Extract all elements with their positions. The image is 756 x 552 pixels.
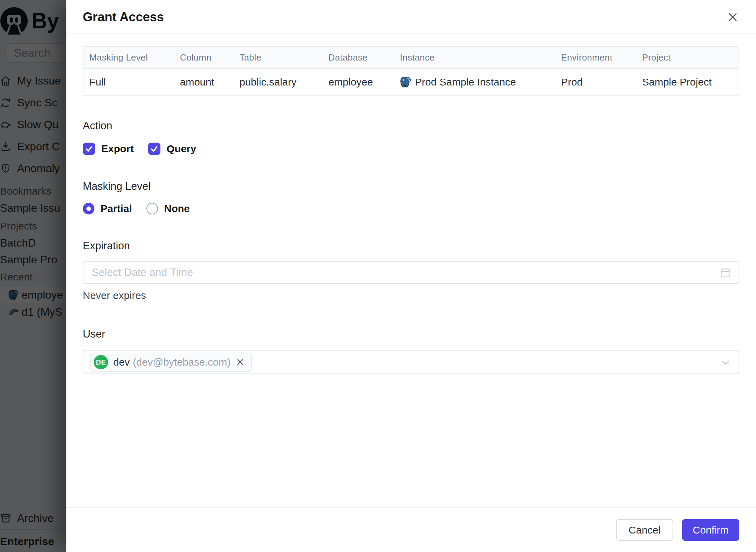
- query-label: Query: [167, 143, 196, 155]
- modal-header: Grant Access: [66, 0, 756, 34]
- shield-icon: [0, 163, 11, 174]
- sidebar-divider: [0, 529, 66, 530]
- none-label: None: [164, 203, 190, 214]
- sidebar-item-sample-project[interactable]: Sample Pro: [0, 251, 66, 268]
- sidebar-item-batchd[interactable]: BatchD: [0, 235, 66, 251]
- cancel-button[interactable]: Cancel: [616, 519, 673, 541]
- enterprise-label: Enterprise: [0, 532, 66, 551]
- sidebar-item-sync-schema[interactable]: Sync Sc: [0, 92, 66, 114]
- check-icon: [150, 144, 159, 153]
- search-placeholder: Search: [14, 46, 51, 60]
- export-option[interactable]: Export: [83, 143, 134, 155]
- postgresql-icon: [8, 290, 19, 300]
- sidebar-item-slow-queries[interactable]: Slow Qu: [0, 114, 66, 135]
- sidebar: By Search My Issue Sync Sc Slow Qu Expor…: [0, 0, 66, 552]
- bytebase-logo-icon: [0, 7, 28, 35]
- col-header-environment: Environment: [555, 47, 636, 69]
- logo-row: By: [0, 6, 66, 36]
- modal-title: Grant Access: [83, 0, 164, 34]
- masking-access-table: Masking Level Column Table Database Inst…: [83, 46, 739, 96]
- sidebar-item-sample-issue[interactable]: Sample Issu: [0, 200, 66, 216]
- modal-footer: Cancel Confirm: [66, 507, 756, 552]
- cell-table: public.salary: [234, 69, 323, 95]
- expiration-date-input[interactable]: [83, 261, 739, 284]
- partial-option[interactable]: Partial: [83, 203, 132, 214]
- cell-project: Sample Project: [636, 69, 739, 95]
- cell-environment: Prod: [555, 69, 636, 95]
- none-radio[interactable]: [146, 203, 158, 214]
- masking-level-heading: Masking Level: [83, 180, 739, 193]
- chevron-down-icon: [720, 357, 731, 368]
- sidebar-item-employee-db[interactable]: employe: [0, 287, 66, 303]
- grant-access-modal: Grant Access Masking Level Column Table …: [66, 0, 756, 552]
- archive-icon: [0, 512, 12, 524]
- expiration-heading: Expiration: [83, 240, 739, 252]
- download-icon: [0, 141, 11, 152]
- action-options: Export Query: [83, 143, 739, 155]
- user-email: (dev@bytebase.com): [133, 356, 231, 368]
- turtle-icon: [0, 119, 11, 130]
- sidebar-item-export-center[interactable]: Export C: [0, 135, 66, 157]
- search-input[interactable]: Search: [5, 43, 66, 63]
- sidebar-item-anomaly-center[interactable]: Anomaly: [0, 157, 66, 179]
- col-header-column: Column: [174, 47, 234, 69]
- check-icon: [84, 144, 93, 153]
- sidebar-item-my-issues[interactable]: My Issue: [0, 70, 66, 92]
- export-checkbox[interactable]: [83, 143, 95, 155]
- col-header-table: Table: [234, 47, 323, 69]
- section-label-projects: Projects: [0, 218, 66, 234]
- user-select[interactable]: DE dev (dev@bytebase.com): [83, 350, 739, 374]
- never-expires-note: Never expires: [83, 290, 739, 301]
- avatar: DE: [94, 355, 108, 369]
- cell-column: amount: [174, 69, 234, 95]
- partial-radio[interactable]: [83, 203, 94, 214]
- cell-masking-level: Full: [83, 69, 174, 95]
- partial-label: Partial: [101, 203, 132, 214]
- sidebar-item-d1-db[interactable]: d1 (MyS: [0, 304, 66, 320]
- query-checkbox[interactable]: [148, 143, 160, 155]
- confirm-button[interactable]: Confirm: [682, 519, 739, 541]
- postgresql-icon: [400, 76, 412, 88]
- user-heading: User: [83, 328, 739, 340]
- sync-icon: [0, 97, 11, 108]
- logo-text: By: [31, 8, 59, 34]
- user-name: dev: [113, 356, 130, 368]
- modal-body: Masking Level Column Table Database Inst…: [66, 35, 756, 507]
- section-label-bookmarks: Bookmarks: [0, 183, 66, 199]
- user-chip: DE dev (dev@bytebase.com): [90, 353, 252, 372]
- expiration-field-wrap: [83, 261, 739, 284]
- calendar-icon: [719, 266, 732, 279]
- col-header-masking-level: Masking Level: [83, 47, 174, 69]
- close-icon[interactable]: [727, 11, 739, 23]
- home-icon: [0, 75, 11, 87]
- none-option[interactable]: None: [146, 203, 190, 214]
- remove-user-icon[interactable]: [236, 357, 245, 367]
- action-heading: Action: [83, 120, 739, 132]
- col-header-database: Database: [323, 47, 394, 69]
- cell-database: employee: [323, 69, 394, 95]
- sidebar-item-archive[interactable]: Archive: [0, 508, 66, 529]
- col-header-instance: Instance: [394, 47, 555, 69]
- section-label-recent: Recent: [0, 269, 66, 285]
- query-option[interactable]: Query: [148, 143, 196, 155]
- mysql-icon: [8, 307, 19, 317]
- col-header-project: Project: [636, 47, 739, 69]
- export-label: Export: [101, 143, 134, 155]
- cell-instance: Prod Sample Instance: [394, 69, 555, 95]
- app-root: By Search My Issue Sync Sc Slow Qu Expor…: [0, 0, 756, 552]
- masking-level-options: Partial None: [83, 203, 739, 214]
